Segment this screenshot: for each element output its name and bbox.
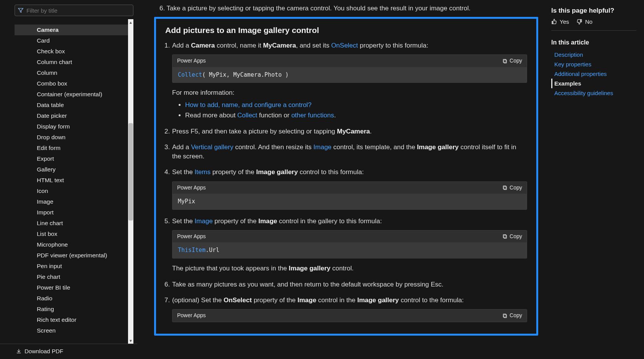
- copy-icon: [503, 234, 508, 239]
- code-lang-label: Power Apps: [177, 57, 206, 64]
- toc-item-description[interactable]: Description: [551, 50, 636, 59]
- step-4: 4.Set the Items property of the Image ga…: [165, 168, 527, 209]
- code-block-collect: Power Apps Copy Collect( MyPix, MyCamera…: [172, 54, 527, 83]
- right-sidebar: Is this page helpful? Yes No In this art…: [544, 0, 644, 359]
- sidebar-item-pdf-viewer-experimental-[interactable]: PDF viewer (experimental): [15, 250, 128, 261]
- copy-icon: [503, 185, 508, 190]
- prior-step-5: 5. Press F5 to preview your app.: [154, 0, 538, 1]
- scroll-thumb[interactable]: [128, 123, 133, 221]
- add-configure-control-link[interactable]: How to add, name, and configure a contro…: [185, 101, 312, 109]
- collect-link[interactable]: Collect: [237, 112, 257, 119]
- sidebar-item-export[interactable]: Export: [15, 153, 128, 164]
- sidebar: ButtonCameraCardCheck boxColumn chartCol…: [0, 0, 137, 359]
- copy-icon: [503, 59, 508, 64]
- image-link[interactable]: Image: [314, 143, 332, 151]
- sidebar-item-column[interactable]: Column: [15, 68, 128, 78]
- highlighted-section: Add pictures to an Image gallery control…: [154, 17, 538, 336]
- filter-icon: [18, 8, 23, 13]
- code-block-mypix: Power Apps Copy MyPix: [172, 181, 527, 210]
- copy-button[interactable]: Copy: [503, 57, 522, 64]
- download-icon: [16, 349, 21, 354]
- sidebar-item-rich-text-editor[interactable]: Rich text editor: [15, 315, 128, 325]
- toc-item-additional-properties[interactable]: Additional properties: [551, 69, 636, 79]
- prior-step-6: 6. Take a picture by selecting or tappin…: [154, 5, 538, 12]
- sidebar-item-pen-input[interactable]: Pen input: [15, 261, 128, 272]
- code-body: Collect( MyPix, MyCamera.Photo ): [172, 67, 527, 83]
- code-body: ThisItem.Url: [172, 242, 527, 258]
- sidebar-item-screen[interactable]: Screen: [15, 325, 128, 336]
- step-7: 7.(optional) Set the OnSelect property o…: [165, 296, 527, 322]
- code-lang-label: Power Apps: [177, 312, 206, 319]
- sidebar-item-container-experimental-[interactable]: Container (experimental): [15, 89, 128, 100]
- feedback-yes-button[interactable]: Yes: [551, 18, 569, 25]
- code-block-thisitem: Power Apps Copy ThisItem.Url: [172, 230, 527, 259]
- items-link[interactable]: Items: [195, 168, 211, 176]
- download-pdf-label: Download PDF: [25, 348, 63, 354]
- sidebar-item-power-bi-tile[interactable]: Power BI tile: [15, 282, 128, 293]
- scroll-up-arrow[interactable]: ▲: [128, 19, 133, 25]
- sidebar-item-icon[interactable]: Icon: [15, 186, 128, 196]
- onselect-link[interactable]: OnSelect: [331, 42, 358, 49]
- sidebar-item-gallery[interactable]: Gallery: [15, 164, 128, 175]
- helpful-heading: Is this page helpful?: [551, 7, 636, 15]
- scroll-down-arrow[interactable]: ▼: [128, 338, 133, 344]
- sidebar-item-drop-down[interactable]: Drop down: [15, 132, 128, 143]
- more-info-label: For more information:: [172, 88, 527, 97]
- filter-input[interactable]: [26, 7, 130, 14]
- sidebar-item-camera[interactable]: Camera: [15, 25, 128, 35]
- sidebar-item-partial[interactable]: Button: [15, 19, 128, 25]
- sidebar-item-check-box[interactable]: Check box: [15, 46, 128, 57]
- sidebar-item-display-form[interactable]: Display form: [15, 121, 128, 132]
- step5-result-text: The picture that you took appears in the…: [172, 264, 527, 273]
- sidebar-scrollbar[interactable]: ▲ ▼: [128, 19, 133, 344]
- thumbs-down-icon: [577, 19, 582, 25]
- step-6: 6.Take as many pictures as you want, and…: [165, 280, 527, 289]
- sidebar-item-edit-form[interactable]: Edit form: [15, 143, 128, 153]
- thumbs-up-icon: [551, 19, 557, 25]
- vertical-gallery-link[interactable]: Vertical gallery: [191, 143, 233, 151]
- step-2: 2.Press F5, and then take a picture by s…: [165, 127, 527, 136]
- step-1: 1.Add a Camera control, name it MyCamera…: [165, 41, 527, 120]
- toc-item-key-properties[interactable]: Key properties: [551, 59, 636, 69]
- sidebar-item-column-chart[interactable]: Column chart: [15, 57, 128, 68]
- in-this-article: In this article DescriptionKey propertie…: [551, 39, 636, 98]
- step-3: 3.Add a Vertical gallery control. And th…: [165, 143, 527, 161]
- other-functions-link[interactable]: other functions: [291, 112, 334, 119]
- sidebar-item-microphone[interactable]: Microphone: [15, 239, 128, 250]
- sidebar-item-html-text[interactable]: HTML text: [15, 175, 128, 186]
- download-pdf-button[interactable]: Download PDF: [0, 344, 137, 359]
- sidebar-item-combo-box[interactable]: Combo box: [15, 78, 128, 89]
- copy-button[interactable]: Copy: [503, 184, 522, 191]
- sidebar-item-image[interactable]: Image: [15, 196, 128, 207]
- toc-item-accessibility-guidelines[interactable]: Accessibility guidelines: [551, 88, 636, 98]
- image-prop-link[interactable]: Image: [195, 217, 213, 225]
- feedback-no-button[interactable]: No: [577, 18, 592, 25]
- code-lang-label: Power Apps: [177, 184, 206, 191]
- sidebar-item-card[interactable]: Card: [15, 35, 128, 46]
- code-body: MyPix: [172, 194, 527, 209]
- section-heading: Add pictures to an Image gallery control: [165, 26, 527, 35]
- sidebar-item-line-chart[interactable]: Line chart: [15, 218, 128, 229]
- sidebar-item-radio[interactable]: Radio: [15, 293, 128, 304]
- sidebar-item-list-box[interactable]: List box: [15, 229, 128, 239]
- copy-icon: [503, 313, 508, 318]
- sidebar-item-date-picker[interactable]: Date picker: [15, 110, 128, 121]
- code-lang-label: Power Apps: [177, 233, 206, 240]
- sidebar-item-rating[interactable]: Rating: [15, 304, 128, 315]
- nav-list: ButtonCameraCardCheck boxColumn chartCol…: [15, 19, 128, 336]
- toc-heading: In this article: [551, 39, 636, 46]
- code-block-remove: Power Apps Copy: [172, 309, 527, 322]
- sidebar-item-pie-chart[interactable]: Pie chart: [15, 272, 128, 282]
- sidebar-filter[interactable]: [15, 5, 133, 16]
- main-content: 5. Press F5 to preview your app. 6. Take…: [137, 0, 544, 359]
- copy-button[interactable]: Copy: [503, 312, 522, 319]
- toc-item-examples[interactable]: Examples: [551, 79, 636, 88]
- sidebar-item-data-table[interactable]: Data table: [15, 100, 128, 110]
- sidebar-item-import[interactable]: Import: [15, 207, 128, 218]
- step-5: 5.Set the Image property of the Image co…: [165, 217, 527, 273]
- copy-button[interactable]: Copy: [503, 233, 522, 240]
